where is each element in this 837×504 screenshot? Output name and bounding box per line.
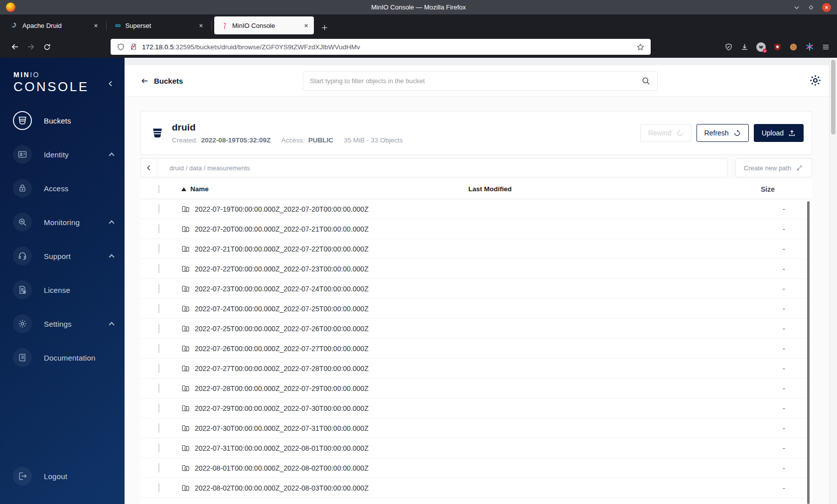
row-checkbox[interactable] (158, 364, 159, 373)
sidebar-item-license[interactable]: License (0, 273, 125, 307)
table-row[interactable]: 2022-07-30T00:00:00.000Z_2022-07-31T00:0… (140, 418, 812, 438)
close-tab-icon[interactable] (303, 23, 309, 28)
breadcrumb[interactable]: druid / data / measurements (157, 158, 727, 177)
sidebar-item-support[interactable]: Support (0, 239, 125, 273)
gear-icon (809, 74, 822, 87)
row-checkbox[interactable] (158, 423, 159, 433)
folder-icon (181, 264, 190, 273)
column-size[interactable]: Size (760, 185, 812, 193)
new-tab-button[interactable] (321, 24, 328, 31)
column-name[interactable]: Name (175, 185, 468, 193)
bookmark-star-icon[interactable] (636, 43, 645, 51)
chevron-up-icon (109, 220, 114, 226)
close-tab-icon[interactable] (198, 23, 204, 28)
tab-apache-druid[interactable]: Apache Druid (4, 16, 104, 34)
cookie-icon[interactable] (789, 43, 798, 51)
object-name: 2022-07-21T00:00:00.000Z_2022-07-22T00:0… (195, 245, 369, 253)
table-row[interactable]: 2022-07-26T00:00:00.000Z_2022-07-27T00:0… (140, 339, 812, 359)
table-row[interactable]: 2022-08-02T00:00:00.000Z_2022-08-03T00:0… (140, 478, 812, 498)
row-checkbox[interactable] (158, 284, 159, 293)
row-checkbox[interactable] (158, 443, 159, 453)
object-size: - (760, 305, 812, 313)
forward-icon[interactable] (23, 39, 39, 55)
shield-icon[interactable] (117, 43, 125, 51)
object-name: 2022-07-24T00:00:00.000Z_2022-07-25T00:0… (195, 305, 369, 313)
download-icon[interactable] (740, 43, 749, 51)
sidebar-item-settings[interactable]: Settings (0, 307, 125, 341)
upload-button[interactable]: Upload (754, 124, 804, 142)
create-new-path-button[interactable]: Create new path (735, 158, 812, 177)
object-size: - (760, 245, 812, 253)
folder-icon (181, 225, 190, 233)
table-row[interactable]: 2022-07-22T00:00:00.000Z_2022-07-23T00:0… (140, 259, 812, 279)
window-maximize-icon[interactable] (808, 4, 815, 11)
object-size: - (760, 225, 812, 233)
bucket-icon (151, 126, 164, 139)
back-to-buckets-link[interactable]: Buckets (140, 77, 183, 85)
row-checkbox[interactable] (158, 264, 159, 273)
sidebar-collapse-button[interactable] (107, 80, 115, 88)
insecure-lock-icon[interactable] (130, 43, 138, 51)
table-row[interactable]: 2022-07-29T00:00:00.000Z_2022-07-30T00:0… (140, 398, 812, 418)
menu-icon[interactable] (822, 43, 830, 51)
row-checkbox[interactable] (158, 403, 159, 413)
row-checkbox[interactable] (158, 463, 159, 473)
reload-icon[interactable] (39, 39, 55, 55)
folder-icon (181, 384, 190, 392)
folder-icon (181, 304, 190, 313)
object-size: - (760, 424, 812, 432)
table-row[interactable]: 2022-07-19T00:00:00.000Z_2022-07-20T00:0… (140, 199, 812, 219)
table-row[interactable]: 2022-07-24T00:00:00.000Z_2022-07-25T00:0… (140, 299, 812, 319)
folder-icon (181, 404, 190, 412)
window-close-button[interactable] (822, 3, 831, 12)
folder-icon (181, 205, 190, 213)
tab-superset[interactable]: ∞ Superset (109, 16, 209, 34)
refresh-button[interactable]: Refresh (697, 124, 749, 142)
table-row[interactable]: 2022-07-25T00:00:00.000Z_2022-07-26T00:0… (140, 319, 812, 339)
row-checkbox[interactable] (158, 383, 159, 393)
row-checkbox[interactable] (158, 304, 159, 313)
table-row[interactable]: 2022-08-01T00:00:00.000Z_2022-08-02T00:0… (140, 458, 812, 478)
select-all-checkbox[interactable] (158, 185, 159, 193)
path-back-button[interactable] (140, 158, 157, 177)
back-icon[interactable] (7, 39, 23, 55)
table-row[interactable]: 2022-07-20T00:00:00.000Z_2022-07-21T00:0… (140, 219, 812, 239)
row-checkbox[interactable] (158, 324, 159, 333)
page-scrollbar-thumb[interactable] (831, 60, 836, 134)
sidebar-item-identity[interactable]: Identity (0, 137, 125, 171)
table-row[interactable]: 2022-07-27T00:00:00.000Z_2022-07-28T00:0… (140, 359, 812, 378)
privacy-mask-icon[interactable]: x (756, 42, 766, 52)
table-row[interactable]: 2022-07-31T00:00:00.000Z_2022-08-01T00:0… (140, 438, 812, 458)
settings-icon (13, 314, 32, 333)
access-value[interactable]: PUBLIC (308, 136, 333, 144)
tab-minio-console[interactable]: MinIO Console (214, 16, 314, 34)
close-tab-icon[interactable] (93, 23, 99, 28)
url-bar[interactable]: 172.18.0.5:32595/buckets/druid/browse/ZG… (111, 39, 651, 55)
sidebar-item-documentation[interactable]: Documentation (0, 341, 125, 375)
table-row[interactable]: 2022-07-28T00:00:00.000Z_2022-07-29T00:0… (140, 378, 812, 398)
rewind-button[interactable]: Rewind (640, 124, 692, 142)
filter-input[interactable] (310, 77, 641, 85)
container-asterisk-icon[interactable] (805, 42, 814, 51)
sidebar-item-access[interactable]: Access (0, 171, 125, 205)
table-row[interactable]: 2022-07-21T00:00:00.000Z_2022-07-22T00:0… (140, 239, 812, 259)
protections-shield-icon[interactable] (724, 43, 733, 51)
table-scrollbar[interactable] (807, 201, 810, 504)
url-text[interactable]: 172.18.0.5:32595/buckets/druid/browse/ZG… (142, 43, 632, 51)
create-path-label: Create new path (744, 164, 791, 172)
row-checkbox[interactable] (158, 344, 159, 353)
ublock-icon[interactable] (773, 43, 782, 51)
sidebar-item-logout[interactable]: Logout (0, 459, 125, 493)
row-checkbox[interactable] (158, 483, 159, 493)
table-row[interactable]: 2022-07-23T00:00:00.000Z_2022-07-24T00:0… (140, 279, 812, 299)
sidebar-item-monitoring[interactable]: Monitoring (0, 205, 125, 239)
row-checkbox[interactable] (158, 204, 159, 214)
created-label: Created: (172, 136, 198, 144)
settings-gear-button[interactable] (809, 74, 822, 87)
column-last-modified[interactable]: Last Modified (468, 185, 760, 193)
window-shade-icon[interactable] (793, 4, 800, 11)
row-checkbox[interactable] (158, 244, 159, 253)
sidebar-item-buckets[interactable]: Buckets (0, 104, 125, 137)
page-scrollbar[interactable] (829, 58, 837, 504)
row-checkbox[interactable] (158, 224, 159, 234)
